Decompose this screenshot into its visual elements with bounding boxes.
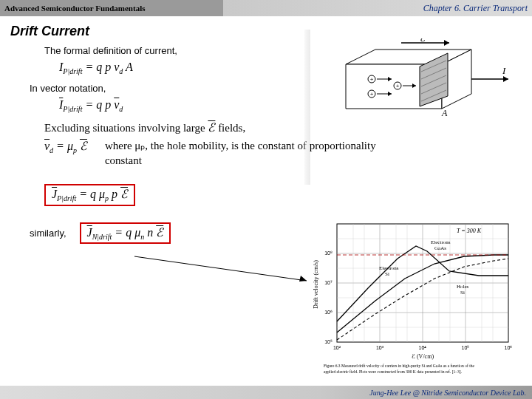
figure-block-diagram: + + + ℰ I A — [331, 38, 516, 123]
footer-text: Jung-Hee Lee @ Nitride Semiconductor Dev… — [369, 389, 526, 397]
text-where: where μₚ, the hole mobility, is the cons… — [105, 139, 415, 168]
svg-text:10²: 10² — [333, 345, 341, 350]
arrow-to-graph — [133, 255, 310, 284]
footer-bar: Jung-Hee Lee @ Nitride Semiconductor Dev… — [0, 386, 532, 399]
svg-text:10⁵: 10⁵ — [462, 345, 470, 350]
svg-marker-1 — [299, 276, 307, 282]
svg-marker-24 — [444, 40, 449, 46]
equation-3: vd = μp ℰ — [44, 139, 87, 154]
header-right: Chapter 6. Carrier Transport — [423, 3, 528, 14]
svg-text:Si: Si — [385, 271, 389, 277]
svg-text:Si: Si — [460, 290, 465, 296]
svg-text:ℰ (V/cm): ℰ (V/cm) — [412, 353, 434, 360]
svg-text:10⁶: 10⁶ — [324, 310, 332, 315]
equation-5-boxed: JN|drift = q μn n ℰ — [80, 222, 171, 244]
svg-text:10⁵: 10⁵ — [324, 339, 332, 344]
svg-text:10⁸: 10⁸ — [324, 250, 332, 256]
svg-text:Electrons: Electrons — [379, 265, 399, 271]
section-title: Drift Current — [10, 24, 532, 39]
svg-text:Electrons: Electrons — [431, 239, 451, 245]
svg-text:+: + — [370, 91, 374, 98]
svg-text:A: A — [441, 108, 448, 118]
svg-text:applied electric field. Plots : applied electric field. Plots were const… — [324, 369, 463, 374]
svg-line-0 — [134, 256, 307, 281]
svg-text:10⁶: 10⁶ — [505, 345, 513, 350]
equation-4-boxed: JP|drift = q μp p ℰ — [44, 184, 135, 205]
decorative-shade — [304, 30, 310, 185]
svg-text:+: + — [370, 76, 374, 83]
figure-velocity-field-graph: T = 300 K Electrons GaAs Electrons Si Ho… — [309, 218, 523, 377]
svg-text:Drift velocity (cm/s): Drift velocity (cm/s) — [313, 260, 319, 309]
svg-text:GaAs: GaAs — [434, 245, 446, 251]
graph-temp-label: T = 300 K — [457, 228, 482, 234]
svg-text:10³: 10³ — [376, 345, 384, 350]
svg-text:10⁴: 10⁴ — [419, 345, 427, 350]
svg-text:Figure 6.3  Measured drift vel: Figure 6.3 Measured drift velocity of ca… — [324, 364, 474, 368]
svg-text:+: + — [396, 83, 400, 89]
svg-text:Holes: Holes — [457, 284, 469, 290]
text-similarly: similarly, — [30, 228, 66, 239]
row-vd-where: vd = μp ℰ where μₚ, the hole mobility, i… — [44, 139, 532, 168]
header-left: Advanced Semiconductor Fundamentals — [4, 4, 145, 13]
svg-text:I: I — [502, 65, 506, 76]
header-bar: Advanced Semiconductor Fundamentals Chap… — [0, 0, 532, 16]
svg-text:10⁷: 10⁷ — [324, 280, 332, 285]
svg-marker-27 — [503, 76, 508, 82]
